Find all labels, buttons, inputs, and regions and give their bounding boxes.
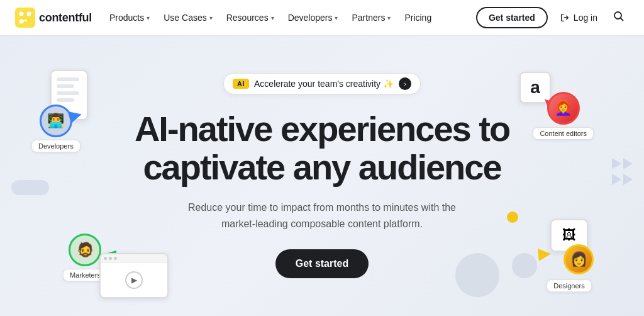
nav-partners[interactable]: Partners ▾ — [345, 9, 397, 26]
login-icon — [559, 12, 570, 23]
nav-actions: Get started Log in — [476, 6, 629, 30]
hero-section: AI Accelerate your team's creativity ✨ ›… — [0, 35, 644, 316]
login-button[interactable]: Log in — [553, 8, 604, 28]
chevron-down-icon: ▾ — [271, 14, 274, 21]
content-editors-card: 👩‍🦰 Content editors — [533, 92, 594, 140]
chevron-down-icon: ▾ — [147, 14, 150, 21]
get-started-hero-button[interactable]: Get started — [275, 249, 369, 278]
designer-avatar: 👩 — [564, 244, 594, 274]
get-started-nav-button[interactable]: Get started — [476, 7, 548, 28]
developer-avatar: 👨‍💻 — [40, 104, 72, 137]
navbar: contentful Products ▾ Use Cases ▾ Resour… — [0, 0, 644, 35]
search-icon — [613, 10, 625, 23]
svg-rect-0 — [15, 8, 35, 28]
nav-resources[interactable]: Resources ▾ — [220, 9, 280, 26]
chevron-down-icon: ▾ — [335, 14, 338, 21]
decorative-arrows-right — [612, 158, 633, 185]
brand-name: contentful — [39, 11, 92, 25]
play-icon: ▶ — [125, 271, 143, 289]
hero-title: AI-native experiences to captivate any a… — [135, 110, 509, 187]
content-editors-label: Content editors — [533, 127, 594, 140]
marketer-avatar: 🧔 — [69, 234, 101, 266]
chevron-down-icon: ▾ — [209, 14, 213, 21]
ai-badge: AI — [233, 79, 249, 89]
ai-banner-arrow-icon: › — [399, 77, 411, 90]
decorative-blob-left — [11, 180, 49, 195]
nav-products[interactable]: Products ▾ — [103, 9, 156, 26]
svg-point-4 — [614, 12, 621, 19]
gray-circle-large — [455, 253, 499, 297]
ai-banner[interactable]: AI Accelerate your team's creativity ✨ › — [223, 73, 421, 94]
svg-point-3 — [19, 20, 24, 24]
gray-circle-small — [512, 253, 537, 278]
browser-mockup: ▶ — [99, 253, 169, 298]
hero-subtitle: Reduce your time to impact from months t… — [171, 200, 473, 232]
designers-label: Designers — [547, 279, 592, 292]
svg-point-2 — [27, 12, 31, 16]
search-button[interactable] — [609, 6, 629, 30]
chevron-down-icon: ▾ — [387, 14, 391, 21]
content-editor-avatar: 👩‍🦰 — [547, 92, 580, 125]
developers-label: Developers — [31, 140, 80, 152]
nav-pricing[interactable]: Pricing — [398, 9, 438, 26]
yellow-dot-decoration — [507, 212, 518, 223]
nav-developers[interactable]: Developers ▾ — [282, 9, 345, 26]
designers-card: 🖼 👩 Designers — [545, 219, 594, 292]
nav-links: Products ▾ Use Cases ▾ Resources ▾ Devel… — [103, 9, 472, 26]
logo[interactable]: contentful — [15, 8, 92, 28]
nav-use-cases[interactable]: Use Cases ▾ — [157, 9, 218, 26]
ai-banner-text: Accelerate your team's creativity ✨ — [254, 79, 394, 89]
svg-point-1 — [19, 12, 24, 16]
